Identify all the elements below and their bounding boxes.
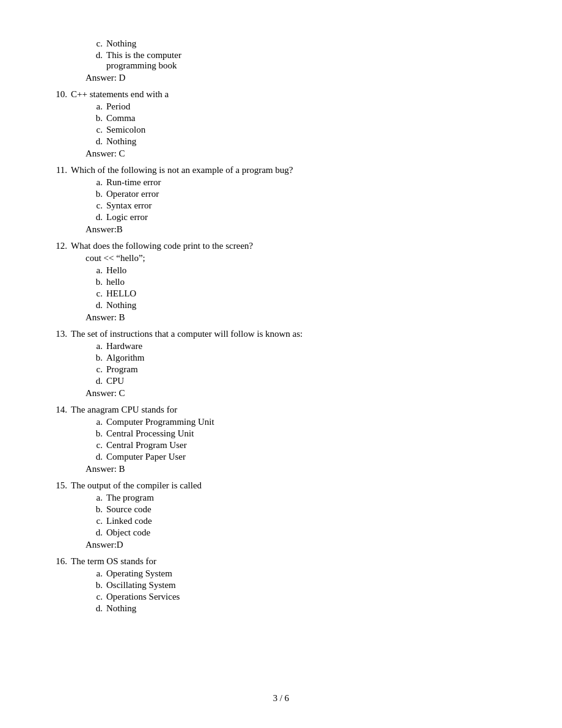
question-10: 10. C++ statements end with a a. Period … <box>49 89 513 159</box>
option-item: b. Operator error <box>86 189 513 199</box>
option-text: Comma <box>106 113 513 123</box>
code-line-12: cout << “hello”; <box>86 253 513 263</box>
option-item: b. Central Processing Unit <box>86 428 513 439</box>
question-16: 16. The term OS stands for a. Operating … <box>49 556 513 614</box>
option-text: Period <box>106 101 513 112</box>
question-continuation: c. Nothing d. This is the computerprogra… <box>49 39 513 83</box>
option-item: d. This is the computerprogramming book <box>86 50 513 71</box>
question-number-15: 15. <box>49 480 67 491</box>
option-label: d. <box>86 300 103 311</box>
option-label: c. <box>86 39 103 49</box>
options-list-14: a. Computer Programming Unit b. Central … <box>86 417 513 462</box>
option-text: Computer Programming Unit <box>106 417 513 427</box>
option-item: a. Operating System <box>86 568 513 579</box>
question-text-12: What does the following code print to th… <box>71 241 513 251</box>
option-label: a. <box>86 341 103 351</box>
option-item: c. Semicolon <box>86 125 513 135</box>
option-label: d. <box>86 136 103 147</box>
question-text-16: The term OS stands for <box>71 556 513 567</box>
option-item: b. Oscillating System <box>86 580 513 590</box>
question-text-15: The output of the compiler is called <box>71 480 513 491</box>
question-12: 12. What does the following code print t… <box>49 241 513 323</box>
options-list-10: a. Period b. Comma c. Semicolon d. Nothi… <box>86 101 513 147</box>
options-list-12: a. Hello b. hello c. HELLO d. Nothing <box>86 265 513 311</box>
option-label: d. <box>86 212 103 222</box>
options-list-13: a. Hardware b. Algorithm c. Program d. C… <box>86 341 513 386</box>
question-15: 15. The output of the compiler is called… <box>49 480 513 550</box>
option-label: c. <box>86 364 103 375</box>
option-label: a. <box>86 493 103 503</box>
options-list-continuation: c. Nothing d. This is the computerprogra… <box>86 39 513 71</box>
option-item: a. Computer Programming Unit <box>86 417 513 427</box>
page: c. Nothing d. This is the computerprogra… <box>0 0 562 728</box>
option-item: b. hello <box>86 277 513 287</box>
option-label: c. <box>86 516 103 526</box>
option-text: Nothing <box>106 39 513 49</box>
option-item: c. Syntax error <box>86 200 513 211</box>
option-text: Algorithm <box>106 353 513 363</box>
question-line-13: 13. The set of instructions that a compu… <box>49 329 513 339</box>
option-item: c. Linked code <box>86 516 513 526</box>
option-item: c. Nothing <box>86 39 513 49</box>
question-line-14: 14. The anagram CPU stands for <box>49 405 513 415</box>
question-13: 13. The set of instructions that a compu… <box>49 329 513 399</box>
option-text: Central Program User <box>106 440 513 450</box>
question-line-11: 11. Which of the following is not an exa… <box>49 165 513 175</box>
option-item: d. CPU <box>86 376 513 386</box>
question-line-15: 15. The output of the compiler is called <box>49 480 513 491</box>
answer-line-14: Answer: B <box>86 464 513 474</box>
option-item: c. HELLO <box>86 289 513 299</box>
answer-line-13: Answer: C <box>86 388 513 399</box>
option-text: Operations Services <box>106 592 513 602</box>
option-item: c. Operations Services <box>86 592 513 602</box>
option-item: d. Computer Paper User <box>86 452 513 462</box>
option-item: b. Source code <box>86 504 513 515</box>
option-label: d. <box>86 452 103 462</box>
option-item: b. Algorithm <box>86 353 513 363</box>
option-label: b. <box>86 580 103 590</box>
option-text: CPU <box>106 376 513 386</box>
option-text: Central Processing Unit <box>106 428 513 439</box>
question-number-11: 11. <box>49 165 67 175</box>
option-label: c. <box>86 440 103 450</box>
option-item: c. Central Program User <box>86 440 513 450</box>
answer-line-15: Answer:D <box>86 540 513 550</box>
option-item: c. Program <box>86 364 513 375</box>
option-item: a. Period <box>86 101 513 112</box>
option-text: Run-time error <box>106 177 513 188</box>
option-text: Semicolon <box>106 125 513 135</box>
question-number-12: 12. <box>49 241 67 251</box>
option-item: a. Run-time error <box>86 177 513 188</box>
option-text: Object code <box>106 528 513 538</box>
option-label: b. <box>86 353 103 363</box>
option-item: d. Logic error <box>86 212 513 222</box>
option-label: c. <box>86 592 103 602</box>
question-14: 14. The anagram CPU stands for a. Comput… <box>49 405 513 474</box>
option-text: Nothing <box>106 136 513 147</box>
option-label: a. <box>86 177 103 188</box>
option-text: Computer Paper User <box>106 452 513 462</box>
option-label: b. <box>86 113 103 123</box>
option-label: b. <box>86 504 103 515</box>
question-line-12: 12. What does the following code print t… <box>49 241 513 251</box>
answer-line-11: Answer:B <box>86 224 513 235</box>
options-list-11: a. Run-time error b. Operator error c. S… <box>86 177 513 222</box>
option-label: a. <box>86 568 103 579</box>
option-text: Nothing <box>106 603 513 614</box>
option-text: The program <box>106 493 513 503</box>
option-text: hello <box>106 277 513 287</box>
option-text: Logic error <box>106 212 513 222</box>
question-line-10: 10. C++ statements end with a <box>49 89 513 100</box>
question-text-10: C++ statements end with a <box>71 89 513 100</box>
option-text: Operating System <box>106 568 513 579</box>
option-item: a. Hardware <box>86 341 513 351</box>
options-list-16: a. Operating System b. Oscillating Syste… <box>86 568 513 614</box>
option-text: Operator error <box>106 189 513 199</box>
question-11: 11. Which of the following is not an exa… <box>49 165 513 235</box>
option-label: d. <box>86 528 103 538</box>
question-text-13: The set of instructions that a computer … <box>71 329 513 339</box>
option-label: b. <box>86 428 103 439</box>
question-text-11: Which of the following is not an example… <box>71 165 513 175</box>
question-text-14: The anagram CPU stands for <box>71 405 513 415</box>
option-label: d. <box>86 603 103 614</box>
